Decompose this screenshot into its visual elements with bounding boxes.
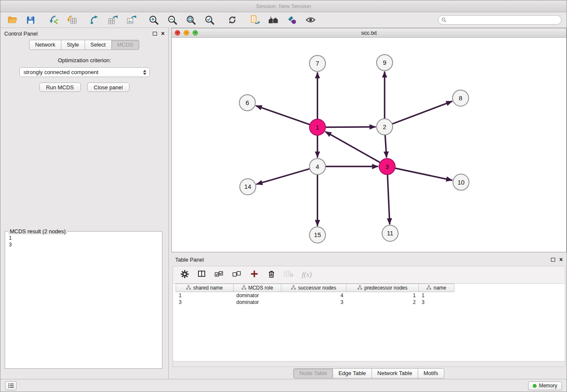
column-header-predecessor-nodes[interactable]: predecessor nodes bbox=[347, 284, 419, 292]
graph-node-11[interactable]: 11 bbox=[382, 225, 398, 241]
zoom-fit-icon[interactable] bbox=[184, 14, 198, 26]
graph-node-7[interactable]: 7 bbox=[309, 55, 325, 72]
zoom-selected-icon[interactable] bbox=[203, 14, 216, 26]
home-icon[interactable] bbox=[267, 14, 280, 26]
zoom-in-icon[interactable] bbox=[147, 14, 160, 26]
apply-style-icon[interactable] bbox=[285, 14, 298, 26]
network-canvas[interactable]: 7968124314101511 bbox=[172, 38, 566, 252]
graph-edge-3-1[interactable] bbox=[325, 132, 380, 163]
mcds-result-box: MCDS result (2 nodes) 13 bbox=[5, 231, 162, 369]
table-row[interactable]: 3dominator323 bbox=[176, 299, 454, 306]
optimization-criterion-label: Optimization criterion: bbox=[0, 57, 168, 63]
table-cell[interactable]: 3 bbox=[176, 299, 234, 306]
graph-edge-4-14[interactable] bbox=[256, 169, 310, 185]
deselect-all-columns-icon[interactable] bbox=[232, 270, 242, 280]
save-session-icon[interactable] bbox=[24, 14, 37, 26]
show-columns-icon[interactable] bbox=[197, 270, 206, 280]
float-table-panel-icon[interactable] bbox=[551, 258, 555, 262]
network-graph: 7968124314101511 bbox=[172, 38, 566, 252]
export-table-icon[interactable] bbox=[106, 14, 119, 26]
window-minimize-icon[interactable]: − bbox=[184, 30, 189, 36]
network-window-titlebar[interactable]: scc.txt × − + bbox=[172, 28, 566, 38]
column-header-name[interactable]: name bbox=[419, 284, 454, 292]
mcds-result-line: 1 bbox=[9, 235, 158, 241]
graph-node-1[interactable]: 1 bbox=[309, 119, 325, 135]
zoom-out-icon[interactable] bbox=[166, 14, 179, 26]
graph-node-14[interactable]: 14 bbox=[240, 179, 256, 195]
export-document-icon[interactable] bbox=[248, 14, 261, 26]
tab-node-table[interactable]: Node Table bbox=[293, 368, 333, 378]
graph-node-10[interactable]: 10 bbox=[453, 174, 469, 190]
control-panel-header: Control Panel × bbox=[0, 28, 168, 39]
tab-select[interactable]: Select bbox=[85, 40, 112, 50]
window-zoom-icon[interactable]: + bbox=[193, 30, 198, 36]
tab-network[interactable]: Network bbox=[29, 40, 61, 50]
graph-edge-1-2[interactable] bbox=[325, 127, 376, 127]
table-cell[interactable]: dominator bbox=[234, 299, 281, 306]
import-table-icon[interactable] bbox=[65, 14, 78, 26]
refresh-view-icon[interactable] bbox=[226, 14, 239, 26]
graph-edge-1-6[interactable] bbox=[256, 106, 310, 125]
criterion-dropdown[interactable]: strongly connected component bbox=[19, 67, 150, 77]
main-area: Control Panel × NetworkStyleSelectMCDS O… bbox=[0, 28, 567, 379]
close-panel-icon[interactable]: × bbox=[161, 30, 165, 36]
graph-node-15[interactable]: 15 bbox=[309, 227, 325, 243]
window-titlebar[interactable]: Session: New Session bbox=[0, 0, 567, 12]
graph-node-3[interactable]: 3 bbox=[379, 158, 395, 174]
export-image-icon[interactable] bbox=[125, 14, 138, 26]
graph-node-label: 11 bbox=[387, 229, 394, 237]
export-network-icon[interactable] bbox=[88, 14, 101, 26]
column-header-successor-nodes[interactable]: successor nodes bbox=[281, 284, 347, 292]
graph-node-2[interactable]: 2 bbox=[377, 119, 393, 135]
column-header-shared-name[interactable]: shared name bbox=[176, 284, 234, 292]
column-sort-icon bbox=[291, 285, 296, 291]
close-table-panel-icon[interactable]: × bbox=[559, 257, 563, 262]
import-network-icon[interactable] bbox=[47, 14, 60, 26]
graph-node-6[interactable]: 6 bbox=[239, 95, 256, 111]
delete-column-icon[interactable] bbox=[267, 270, 276, 280]
table-row[interactable]: 1dominator411 bbox=[176, 292, 454, 299]
memory-button[interactable]: Memory bbox=[528, 381, 562, 390]
graph-edge-3-10[interactable] bbox=[395, 168, 452, 180]
select-all-columns-icon[interactable] bbox=[214, 270, 224, 280]
show-graphics-details-icon[interactable] bbox=[304, 14, 317, 26]
table-cell[interactable]: 1 bbox=[176, 292, 234, 299]
table-cell[interactable]: dominator bbox=[234, 292, 281, 299]
float-panel-icon[interactable] bbox=[153, 32, 157, 36]
add-column-icon[interactable] bbox=[250, 269, 259, 280]
tab-mcds[interactable]: MCDS bbox=[111, 40, 139, 50]
table-toolbar: f(x) bbox=[173, 266, 565, 284]
tab-motifs[interactable]: Motifs bbox=[418, 368, 444, 378]
task-history-button[interactable] bbox=[5, 381, 17, 390]
table-cell[interactable]: 1 bbox=[347, 292, 419, 299]
mcds-panel: Optimization criterion: strongly connect… bbox=[0, 50, 168, 379]
tab-network-table[interactable]: Network Table bbox=[372, 368, 418, 378]
table-cell[interactable]: 3 bbox=[281, 299, 347, 306]
graph-edge-3-11[interactable] bbox=[388, 174, 390, 224]
graph-edge-2-3[interactable] bbox=[385, 135, 386, 157]
table-cell[interactable]: 4 bbox=[281, 292, 347, 299]
graph-edge-2-8[interactable] bbox=[392, 101, 452, 124]
table-panel-title: Table Panel bbox=[175, 257, 204, 263]
close-panel-button[interactable]: Close panel bbox=[87, 83, 130, 92]
graph-node-9[interactable]: 9 bbox=[377, 55, 393, 71]
graph-node-label: 15 bbox=[314, 231, 321, 238]
graph-node-label: 9 bbox=[383, 59, 386, 66]
control-panel-tabs: NetworkStyleSelectMCDS bbox=[0, 39, 168, 50]
table-cell[interactable]: 1 bbox=[419, 292, 454, 299]
table-horizontal-scrollbar[interactable] bbox=[173, 362, 565, 367]
graph-node-8[interactable]: 8 bbox=[453, 90, 469, 106]
graph-node-label: 8 bbox=[459, 94, 462, 102]
graph-node-4[interactable]: 4 bbox=[309, 158, 325, 174]
table-cell[interactable]: 3 bbox=[419, 299, 454, 306]
search-input[interactable] bbox=[438, 15, 561, 25]
tab-style[interactable]: Style bbox=[61, 40, 85, 50]
column-header-mcds-role[interactable]: MCDS role bbox=[234, 284, 281, 292]
table-settings-gear-icon[interactable] bbox=[180, 270, 189, 280]
window-close-icon[interactable]: × bbox=[175, 30, 180, 36]
column-sort-icon bbox=[242, 285, 246, 291]
tab-edge-table[interactable]: Edge Table bbox=[333, 368, 372, 378]
run-mcds-button[interactable]: Run MCDS bbox=[39, 83, 81, 92]
table-cell[interactable]: 2 bbox=[347, 299, 419, 306]
open-session-icon[interactable] bbox=[6, 14, 19, 26]
